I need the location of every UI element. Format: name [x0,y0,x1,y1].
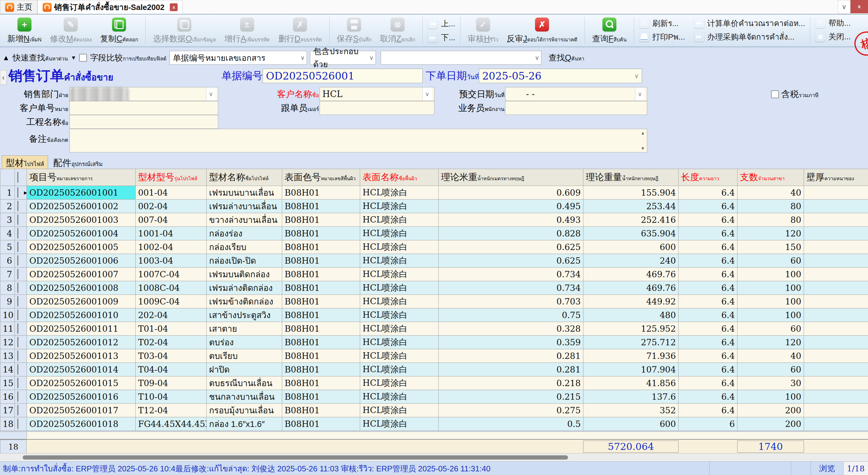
column-header[interactable]: 理论重量น้ำหนักทางทฤษฎี [583,169,679,186]
row-number[interactable]: 3 [0,213,15,227]
row-number[interactable]: 16 [0,390,15,404]
cell-total-weight[interactable]: 469.76 [583,268,679,281]
cell-length[interactable]: 6.4 [679,213,738,227]
cell-item-no[interactable]: OD20250526001004 [27,227,136,240]
row-number[interactable]: 6 [0,254,15,268]
cell-item-no[interactable]: OD20250526001015 [27,377,136,390]
customer-order-no-input[interactable] [69,101,218,115]
cell-item-no[interactable]: OD20250526001009 [27,295,136,308]
row-checkbox[interactable] [17,391,19,402]
cell-surface-name[interactable]: HCL喷涂白 [360,213,439,227]
cell-surface-color-no[interactable]: B08H01 [282,240,360,254]
cell-wall-thickness[interactable] [804,322,868,336]
cell-total-weight[interactable]: 107.904 [583,363,679,377]
cell-meter-weight[interactable]: 0.328 [439,322,583,336]
row-number[interactable]: 11 [0,322,15,336]
collapse-panel-button[interactable]: ‹ [0,70,7,85]
search-field-select[interactable]: 单据编号หมายเลขเอกสาร∨ [169,51,307,65]
help-button[interactable]: ? 帮助... [815,17,851,29]
find-button[interactable]: 查找Qค้นหา [549,52,584,63]
doc-no-field[interactable]: OD20250526001 [262,69,423,83]
save-button[interactable]: 保存Sบันทึก [333,16,376,46]
cell-profile-model[interactable]: FG44.45X44.45X1.2 [136,417,207,431]
table-row[interactable]: 10OD20250526001010202-04เสาข้างประตูสวิง… [0,308,868,322]
pre-delivery-date-field[interactable]: - - ∨ [505,87,647,101]
cell-meter-weight[interactable]: 0.495 [439,200,583,213]
cell-profile-name[interactable]: เฟรมข้างติดกล่อง [207,295,282,308]
table-row[interactable]: 8OD202505260010081008C-04เฟรมล่างติดกล่อ… [0,281,868,295]
cell-qty[interactable]: 60 [738,254,804,268]
cell-surface-color-no[interactable]: B08H01 [282,336,360,349]
cell-profile-model[interactable]: 202-04 [136,308,207,322]
close-button[interactable]: ▤ 关闭... [815,31,851,42]
row-checkbox[interactable] [17,187,19,198]
cell-profile-model[interactable]: 001-04 [136,186,207,200]
copy-button[interactable]: 复制Cคัดลอก [96,16,142,46]
row-number[interactable]: 9 [0,295,15,308]
table-row[interactable]: 6OD202505260010061003-04กล่องเปิด-ปิดB08… [0,254,868,268]
cell-profile-model[interactable]: 1002-04 [136,240,207,254]
cell-meter-weight[interactable]: 0.625 [439,254,583,268]
row-checkbox[interactable] [17,309,19,320]
cell-item-no[interactable]: OD20250526001001 [27,186,136,200]
cell-length[interactable]: 6.4 [679,363,738,377]
cell-qty[interactable]: 80 [738,213,804,227]
cell-total-weight[interactable]: 252.416 [583,213,679,227]
cell-qty[interactable]: 120 [738,227,804,240]
cell-qty[interactable]: 100 [738,281,804,295]
cell-surface-color-no[interactable]: B08H01 [282,308,360,322]
cell-surface-name[interactable]: HCL喷涂白 [360,336,439,349]
down-triangle-icon[interactable]: ▼ [71,55,76,61]
cell-item-no[interactable]: OD20250526001008 [27,281,136,295]
cell-meter-weight[interactable]: 0.625 [439,240,583,254]
cell-length[interactable]: 6.4 [679,186,738,200]
row-number[interactable]: 4 [0,227,15,240]
row-select-cell[interactable] [15,308,27,322]
cell-length[interactable]: 6.4 [679,308,738,322]
cell-surface-color-no[interactable]: B08H01 [282,377,360,390]
row-select-cell[interactable] [15,200,27,213]
cell-wall-thickness[interactable] [804,213,868,227]
cell-meter-weight[interactable]: 0.75 [439,308,583,322]
cell-profile-name[interactable]: ตบเรียบ [207,349,282,363]
cell-surface-color-no[interactable]: B08H01 [282,200,360,213]
column-header[interactable]: 支数จำนวนสาขา [738,169,804,186]
cell-profile-model[interactable]: T12-04 [136,404,207,417]
cell-length[interactable]: 6.4 [679,240,738,254]
salesman-input[interactable] [505,101,647,115]
row-select-cell[interactable] [15,336,27,349]
cell-surface-color-no[interactable]: B08H01 [282,404,360,417]
delete-row-button[interactable]: ✗ 删行Dลบบรรทัด [274,16,326,46]
query-button[interactable]: 查询Fสืบค้น [588,16,631,46]
remark-textarea[interactable]: ▲ ▼ [69,129,647,152]
cell-profile-model[interactable]: 002-04 [136,200,207,213]
cell-item-no[interactable]: OD20250526001013 [27,349,136,363]
row-checkbox[interactable] [17,242,19,252]
cell-qty[interactable]: 30 [738,377,804,390]
purchase-order-button[interactable]: ▶▶ 办理采购单จัดการคำสั่ง... [694,31,805,42]
cell-item-no[interactable]: OD20250526001018 [27,417,136,431]
cell-length[interactable]: 6.4 [679,281,738,295]
cell-total-weight[interactable]: 480 [583,308,679,322]
scroll-down-icon[interactable]: ▼ [641,146,645,151]
audit-button[interactable]: ✓ 审核Hรีวิว [463,16,502,46]
row-checkbox[interactable] [17,214,19,225]
row-checkbox[interactable] [17,269,19,279]
tab-list-dropdown-button[interactable]: ∨ [838,0,850,14]
table-row[interactable]: 1▶OD20250526001001001-04เฟรมบนบานเลื่อนB… [0,186,868,200]
cell-profile-name[interactable]: เฟรมบนบานเลื่อน [207,186,282,200]
cell-qty[interactable]: 200 [738,404,804,417]
cell-qty[interactable]: 200 [738,417,804,431]
cell-surface-name[interactable]: HCL喷涂白 [360,390,439,404]
cell-qty[interactable]: 40 [738,349,804,363]
row-checkbox[interactable] [17,405,19,415]
cell-surface-color-no[interactable]: B08H01 [282,322,360,336]
chevron-down-icon[interactable]: ∨ [635,87,644,101]
row-select-cell[interactable] [15,227,27,240]
table-row[interactable]: 14OD20250526001014T04-04ฝาปิดB08H01HCL喷涂… [0,363,868,377]
cell-profile-model[interactable]: 1003-04 [136,254,207,268]
cell-length[interactable]: 6 [679,417,738,431]
cell-meter-weight[interactable]: 0.275 [439,404,583,417]
tax-included-checkbox[interactable] [771,90,779,98]
cell-total-weight[interactable]: 275.712 [583,336,679,349]
